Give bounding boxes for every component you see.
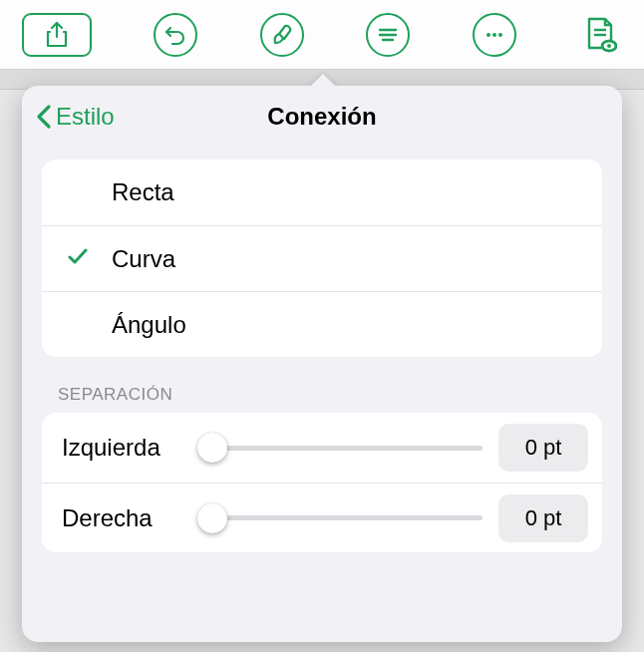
option-label: Curva bbox=[112, 245, 175, 273]
value-left[interactable]: 0 pt bbox=[498, 424, 588, 472]
undo-icon bbox=[164, 24, 186, 46]
slider-row-right: Derecha 0 pt bbox=[42, 483, 602, 552]
top-toolbar bbox=[0, 0, 644, 70]
svg-point-3 bbox=[486, 33, 490, 37]
section-label-separacion: SEPARACIÓN bbox=[58, 385, 586, 405]
separation-sliders: Izquierda 0 pt Derecha 0 pt bbox=[42, 413, 602, 552]
more-button[interactable] bbox=[473, 13, 516, 57]
connection-type-list: Recta Curva Ángulo bbox=[42, 160, 602, 357]
popover-header: Estilo Conexión bbox=[22, 86, 622, 148]
share-icon bbox=[46, 22, 68, 48]
back-label: Estilo bbox=[56, 103, 115, 131]
slider-left[interactable] bbox=[197, 436, 483, 460]
slider-right[interactable] bbox=[197, 506, 483, 530]
check-icon bbox=[66, 244, 90, 274]
option-angulo[interactable]: Ángulo bbox=[42, 291, 602, 357]
popover-title: Conexión bbox=[267, 103, 376, 131]
option-recta[interactable]: Recta bbox=[42, 160, 602, 225]
value-right[interactable]: 0 pt bbox=[498, 494, 588, 542]
option-label: Recta bbox=[112, 178, 174, 206]
slider-track-bg bbox=[197, 515, 483, 520]
slider-thumb[interactable] bbox=[197, 503, 227, 533]
chevron-left-icon bbox=[36, 104, 52, 130]
slider-label-right: Derecha bbox=[62, 504, 181, 532]
slider-label-left: Izquierda bbox=[62, 434, 181, 462]
doc-eye-icon bbox=[583, 16, 617, 54]
brush-icon bbox=[270, 23, 294, 47]
slider-track-bg bbox=[197, 446, 483, 451]
presenter-button[interactable] bbox=[578, 13, 622, 57]
undo-button[interactable] bbox=[154, 13, 197, 57]
back-button[interactable]: Estilo bbox=[36, 86, 115, 148]
format-button[interactable] bbox=[260, 13, 304, 57]
svg-point-10 bbox=[607, 44, 611, 48]
slider-row-left: Izquierda 0 pt bbox=[42, 413, 602, 483]
lines-icon bbox=[377, 24, 399, 46]
share-button[interactable] bbox=[22, 13, 92, 57]
svg-point-4 bbox=[492, 33, 496, 37]
option-label: Ángulo bbox=[112, 311, 186, 339]
option-curva[interactable]: Curva bbox=[42, 225, 602, 291]
more-icon bbox=[483, 24, 505, 46]
svg-point-5 bbox=[498, 33, 502, 37]
format-popover: Estilo Conexión Recta Curva Ángulo SEPAR… bbox=[22, 86, 622, 642]
doc-options-button[interactable] bbox=[366, 13, 410, 57]
slider-thumb[interactable] bbox=[197, 433, 227, 463]
